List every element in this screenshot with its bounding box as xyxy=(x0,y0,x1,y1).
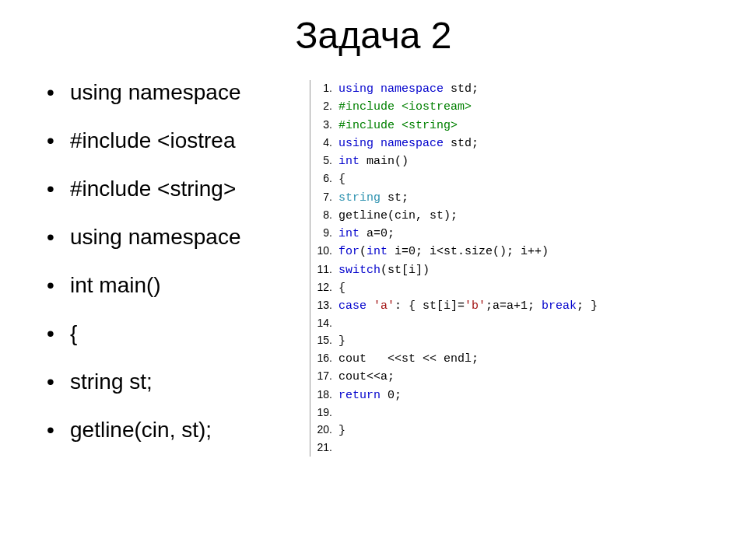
line-number: 16. xyxy=(310,350,335,368)
code-line: 15.} xyxy=(310,332,683,350)
code-line: 8.getline(cin, st); xyxy=(310,207,683,225)
line-number: 2. xyxy=(310,98,335,116)
line-number: 19. xyxy=(310,404,335,422)
code-line: 10.for(int i=0; i<st.size(); i++) xyxy=(310,243,683,261)
code-line: 2.#include <iostream> xyxy=(310,98,683,116)
code-text: { xyxy=(335,279,345,297)
code-line: 18.return 0; xyxy=(310,387,683,404)
line-number: 10. xyxy=(310,243,335,261)
line-number: 12. xyxy=(310,279,335,297)
code-line: 9.int a=0; xyxy=(310,225,683,243)
code-text: getline(cin, st); xyxy=(335,207,458,225)
code-panel: 1.using namespace std;2.#include <iostre… xyxy=(310,80,683,457)
code-text: #include <string> xyxy=(335,117,458,135)
line-number: 15. xyxy=(310,332,335,350)
code-text: } xyxy=(335,422,345,439)
code-line: 4.using namespace std; xyxy=(310,135,683,152)
code-text: using namespace std; xyxy=(335,80,479,98)
bullet-item: •#include <string> xyxy=(47,177,311,201)
code-line: 17.cout<<a; xyxy=(310,368,683,386)
line-number: 3. xyxy=(310,117,335,135)
line-number: 14. xyxy=(310,315,335,332)
code-text: { xyxy=(335,170,345,188)
line-number: 20. xyxy=(310,422,335,439)
code-line: 16.cout <<st << endl; xyxy=(310,350,683,368)
code-text: string st; xyxy=(335,189,409,207)
line-number: 5. xyxy=(310,152,335,170)
code-text: case 'a': { st[i]='b';a=a+1; break; } xyxy=(335,297,598,315)
line-number: 8. xyxy=(310,207,335,225)
bullet-text: getline(cin, st); xyxy=(70,418,212,443)
bullet-item: •int main() xyxy=(47,273,311,298)
code-line: 13.case 'a': { st[i]='b';a=a+1; break; } xyxy=(310,297,683,315)
bullet-item: •using namespace xyxy=(47,80,311,105)
line-number: 9. xyxy=(310,225,335,243)
code-text: #include <iostream> xyxy=(335,98,472,116)
code-line: 1.using namespace std; xyxy=(310,80,683,98)
code-text: } xyxy=(335,332,345,350)
code-text: cout <<st << endl; xyxy=(335,350,479,368)
bullet-list: •using namespace•#include <iostrea•#incl… xyxy=(47,80,311,466)
bullet-text: #include <string> xyxy=(70,177,236,201)
code-text xyxy=(335,404,338,422)
line-number: 7. xyxy=(310,189,335,207)
bullet-text: using namespace xyxy=(70,225,240,250)
code-line: 12.{ xyxy=(310,279,683,297)
bullet-text: string st; xyxy=(70,369,153,394)
line-number: 18. xyxy=(310,387,335,404)
code-line: 11.switch(st[i]) xyxy=(310,261,683,279)
line-number: 4. xyxy=(310,135,335,152)
code-text xyxy=(335,439,338,457)
code-text: for(int i=0; i<st.size(); i++) xyxy=(335,243,549,261)
line-number: 6. xyxy=(310,170,335,188)
line-number: 11. xyxy=(310,261,335,279)
code-line: 21. xyxy=(310,439,683,457)
code-text: switch(st[i]) xyxy=(335,261,430,279)
bullet-marker: • xyxy=(47,273,70,298)
bullet-text: #include <iostrea xyxy=(70,128,235,153)
code-text: return 0; xyxy=(335,387,402,404)
bullet-marker: • xyxy=(47,128,70,153)
bullet-item: •{ xyxy=(47,321,311,346)
code-text: int main() xyxy=(335,152,409,170)
code-line: 5.int main() xyxy=(310,152,683,170)
bullet-text: using namespace xyxy=(70,80,240,105)
code-text xyxy=(335,315,338,332)
code-text: cout<<a; xyxy=(335,368,395,386)
bullet-item: •getline(cin, st); xyxy=(47,418,311,443)
bullet-item: •using namespace xyxy=(47,225,311,250)
line-number: 13. xyxy=(310,297,335,315)
code-line: 19. xyxy=(310,404,683,422)
bullet-marker: • xyxy=(47,418,70,443)
code-line: 6.{ xyxy=(310,170,683,188)
bullet-marker: • xyxy=(47,177,70,201)
line-number: 17. xyxy=(310,368,335,386)
code-text: int a=0; xyxy=(335,225,395,243)
code-line: 20.} xyxy=(310,422,683,439)
line-number: 21. xyxy=(310,439,335,457)
bullet-marker: • xyxy=(47,321,70,346)
bullet-marker: • xyxy=(47,225,70,250)
code-text: using namespace std; xyxy=(335,135,479,152)
line-number: 1. xyxy=(310,80,335,98)
code-line: 3.#include <string> xyxy=(310,117,683,135)
bullet-marker: • xyxy=(47,369,70,394)
code-line: 7.string st; xyxy=(310,189,683,207)
bullet-item: •string st; xyxy=(47,369,311,394)
slide-content: •using namespace•#include <iostrea•#incl… xyxy=(0,80,747,466)
code-line: 14. xyxy=(310,315,683,332)
bullet-marker: • xyxy=(47,80,70,105)
slide-title: Задача 2 xyxy=(0,0,747,80)
bullet-text: int main() xyxy=(70,273,161,298)
bullet-item: •#include <iostrea xyxy=(47,128,311,153)
bullet-text: { xyxy=(70,321,77,346)
